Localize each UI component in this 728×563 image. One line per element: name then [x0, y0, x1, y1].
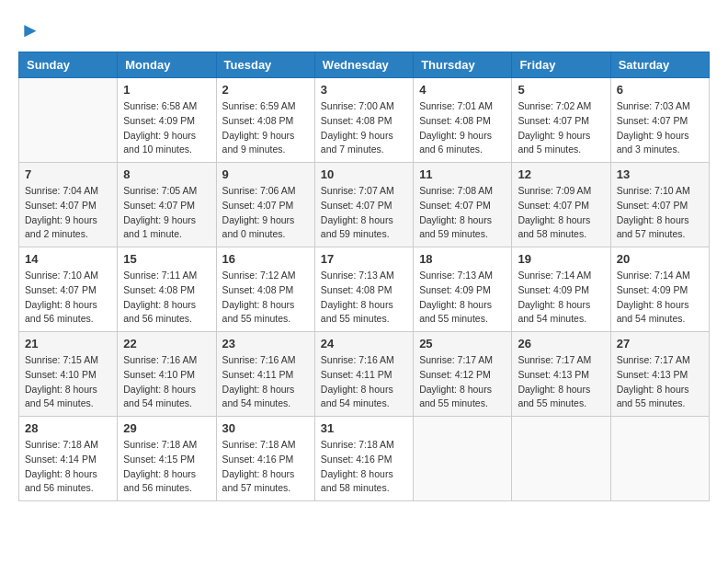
calendar-cell: 10Sunrise: 7:07 AMSunset: 4:07 PMDayligh…: [314, 163, 413, 247]
calendar-cell: [19, 78, 118, 163]
day-info: Sunrise: 7:11 AMSunset: 4:08 PMDaylight:…: [123, 269, 210, 327]
day-number: 25: [419, 337, 506, 350]
day-number: 11: [419, 167, 506, 181]
weekday-header-monday: Monday: [118, 52, 216, 78]
day-number: 3: [321, 83, 407, 97]
calendar-cell: 2Sunrise: 6:59 AMSunset: 4:08 PMDaylight…: [216, 78, 314, 163]
day-info: Sunrise: 7:00 AMSunset: 4:08 PMDaylight:…: [321, 99, 407, 157]
calendar-cell: 8Sunrise: 7:05 AMSunset: 4:07 PMDaylight…: [118, 163, 216, 247]
day-info: Sunrise: 6:58 AMSunset: 4:09 PMDaylight:…: [123, 99, 210, 157]
day-info: Sunrise: 7:07 AMSunset: 4:07 PMDaylight:…: [321, 184, 407, 242]
week-row-5: 28Sunrise: 7:18 AMSunset: 4:14 PMDayligh…: [19, 417, 710, 501]
day-info: Sunrise: 7:02 AMSunset: 4:07 PMDaylight:…: [518, 99, 604, 157]
calendar-cell: 20Sunrise: 7:14 AMSunset: 4:09 PMDayligh…: [610, 247, 709, 332]
page-header: ►: [18, 18, 710, 42]
day-number: 12: [518, 167, 604, 181]
calendar-cell: 7Sunrise: 7:04 AMSunset: 4:07 PMDaylight…: [19, 163, 118, 247]
day-info: Sunrise: 7:04 AMSunset: 4:07 PMDaylight:…: [25, 184, 111, 242]
day-number: 27: [617, 337, 703, 350]
calendar-cell: 16Sunrise: 7:12 AMSunset: 4:08 PMDayligh…: [216, 247, 314, 332]
day-number: 31: [321, 421, 407, 435]
calendar-cell: 15Sunrise: 7:11 AMSunset: 4:08 PMDayligh…: [118, 247, 216, 332]
logo: ►: [18, 18, 40, 42]
day-number: 24: [321, 337, 407, 350]
calendar-cell: 22Sunrise: 7:16 AMSunset: 4:10 PMDayligh…: [118, 332, 216, 417]
day-number: 28: [25, 421, 111, 435]
day-info: Sunrise: 7:10 AMSunset: 4:07 PMDaylight:…: [617, 184, 703, 242]
calendar-cell: 14Sunrise: 7:10 AMSunset: 4:07 PMDayligh…: [19, 247, 118, 332]
day-info: Sunrise: 7:18 AMSunset: 4:16 PMDaylight:…: [321, 438, 407, 496]
weekday-header-row: SundayMondayTuesdayWednesdayThursdayFrid…: [19, 52, 710, 78]
day-number: 22: [123, 337, 210, 350]
week-row-2: 7Sunrise: 7:04 AMSunset: 4:07 PMDaylight…: [19, 163, 710, 247]
calendar-cell: 18Sunrise: 7:13 AMSunset: 4:09 PMDayligh…: [414, 247, 512, 332]
day-info: Sunrise: 7:13 AMSunset: 4:09 PMDaylight:…: [419, 269, 506, 327]
calendar-cell: 4Sunrise: 7:01 AMSunset: 4:08 PMDaylight…: [414, 78, 512, 163]
calendar-cell: 17Sunrise: 7:13 AMSunset: 4:08 PMDayligh…: [314, 247, 413, 332]
calendar-cell: 9Sunrise: 7:06 AMSunset: 4:07 PMDaylight…: [216, 163, 314, 247]
calendar-cell: 12Sunrise: 7:09 AMSunset: 4:07 PMDayligh…: [512, 163, 610, 247]
day-info: Sunrise: 7:14 AMSunset: 4:09 PMDaylight:…: [518, 269, 604, 327]
day-number: 5: [518, 83, 604, 97]
day-info: Sunrise: 7:01 AMSunset: 4:08 PMDaylight:…: [419, 99, 506, 157]
day-info: Sunrise: 7:12 AMSunset: 4:08 PMDaylight:…: [222, 269, 309, 327]
day-number: 10: [321, 167, 407, 181]
weekday-header-sunday: Sunday: [19, 52, 118, 78]
day-info: Sunrise: 7:16 AMSunset: 4:11 PMDaylight:…: [222, 353, 309, 411]
calendar-cell: 23Sunrise: 7:16 AMSunset: 4:11 PMDayligh…: [216, 332, 314, 417]
calendar-cell: 3Sunrise: 7:00 AMSunset: 4:08 PMDaylight…: [314, 78, 413, 163]
calendar-cell: 29Sunrise: 7:18 AMSunset: 4:15 PMDayligh…: [118, 417, 216, 501]
day-number: 15: [123, 252, 210, 266]
logo-arrow-icon: ►: [20, 18, 40, 42]
calendar-cell: 19Sunrise: 7:14 AMSunset: 4:09 PMDayligh…: [512, 247, 610, 332]
day-number: 20: [617, 252, 703, 266]
calendar-cell: 30Sunrise: 7:18 AMSunset: 4:16 PMDayligh…: [216, 417, 314, 501]
week-row-1: 1Sunrise: 6:58 AMSunset: 4:09 PMDaylight…: [19, 78, 710, 163]
calendar-cell: 21Sunrise: 7:15 AMSunset: 4:10 PMDayligh…: [19, 332, 118, 417]
calendar-cell: 11Sunrise: 7:08 AMSunset: 4:07 PMDayligh…: [414, 163, 512, 247]
day-info: Sunrise: 7:06 AMSunset: 4:07 PMDaylight:…: [222, 184, 309, 242]
calendar-table: SundayMondayTuesdayWednesdayThursdayFrid…: [18, 52, 710, 501]
day-number: 26: [518, 337, 604, 350]
day-info: Sunrise: 7:18 AMSunset: 4:16 PMDaylight:…: [222, 438, 309, 496]
day-info: Sunrise: 7:08 AMSunset: 4:07 PMDaylight:…: [419, 184, 506, 242]
day-info: Sunrise: 6:59 AMSunset: 4:08 PMDaylight:…: [222, 99, 309, 157]
day-info: Sunrise: 7:18 AMSunset: 4:14 PMDaylight:…: [25, 438, 111, 496]
calendar-cell: 6Sunrise: 7:03 AMSunset: 4:07 PMDaylight…: [610, 78, 709, 163]
weekday-header-saturday: Saturday: [610, 52, 709, 78]
day-number: 18: [419, 252, 506, 266]
day-info: Sunrise: 7:17 AMSunset: 4:13 PMDaylight:…: [518, 353, 604, 411]
day-number: 21: [25, 337, 111, 350]
weekday-header-friday: Friday: [512, 52, 610, 78]
day-number: 6: [617, 83, 703, 97]
day-info: Sunrise: 7:18 AMSunset: 4:15 PMDaylight:…: [123, 438, 210, 496]
day-info: Sunrise: 7:10 AMSunset: 4:07 PMDaylight:…: [25, 269, 111, 327]
day-number: 1: [123, 83, 210, 97]
day-number: 29: [123, 421, 210, 435]
calendar-cell: [610, 417, 709, 501]
day-number: 16: [222, 252, 309, 266]
day-info: Sunrise: 7:13 AMSunset: 4:08 PMDaylight:…: [321, 269, 407, 327]
day-number: 9: [222, 167, 309, 181]
calendar-cell: 5Sunrise: 7:02 AMSunset: 4:07 PMDaylight…: [512, 78, 610, 163]
day-number: 8: [123, 167, 210, 181]
day-number: 7: [25, 167, 111, 181]
day-info: Sunrise: 7:15 AMSunset: 4:10 PMDaylight:…: [25, 353, 111, 411]
day-number: 17: [321, 252, 407, 266]
day-number: 14: [25, 252, 111, 266]
day-number: 2: [222, 83, 309, 97]
weekday-header-tuesday: Tuesday: [216, 52, 314, 78]
day-info: Sunrise: 7:14 AMSunset: 4:09 PMDaylight:…: [617, 269, 703, 327]
week-row-4: 21Sunrise: 7:15 AMSunset: 4:10 PMDayligh…: [19, 332, 710, 417]
calendar-cell: 28Sunrise: 7:18 AMSunset: 4:14 PMDayligh…: [19, 417, 118, 501]
day-info: Sunrise: 7:17 AMSunset: 4:12 PMDaylight:…: [419, 353, 506, 411]
day-number: 13: [617, 167, 703, 181]
day-number: 23: [222, 337, 309, 350]
day-number: 19: [518, 252, 604, 266]
calendar-cell: [414, 417, 512, 501]
day-number: 4: [419, 83, 506, 97]
day-info: Sunrise: 7:16 AMSunset: 4:10 PMDaylight:…: [123, 353, 210, 411]
week-row-3: 14Sunrise: 7:10 AMSunset: 4:07 PMDayligh…: [19, 247, 710, 332]
day-info: Sunrise: 7:09 AMSunset: 4:07 PMDaylight:…: [518, 184, 604, 242]
day-info: Sunrise: 7:17 AMSunset: 4:13 PMDaylight:…: [617, 353, 703, 411]
